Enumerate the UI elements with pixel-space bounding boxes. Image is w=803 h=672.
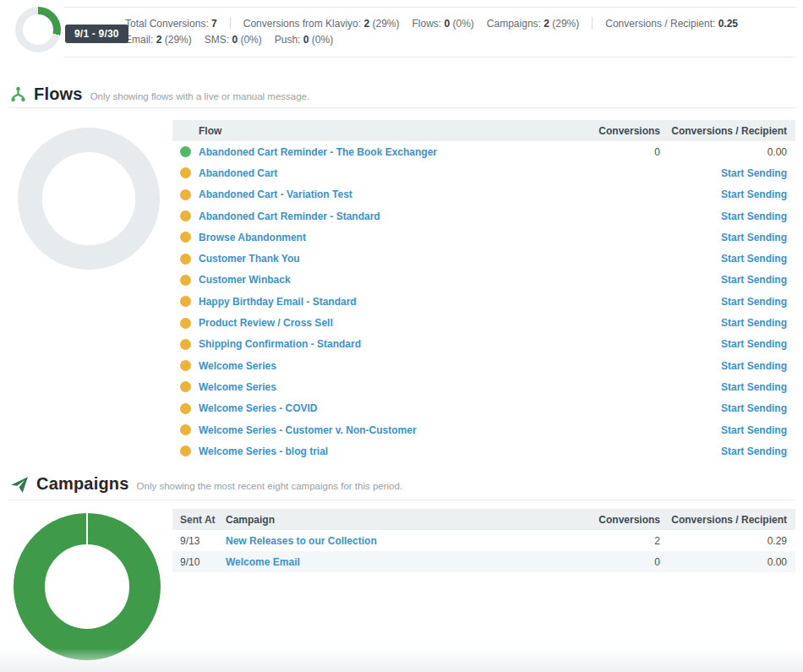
flow-row: Shipping Confirmation - Standard Start S… [172,334,795,355]
flow-cpr-cell: Start Sending [660,232,787,243]
campaigns-subtitle: Only showing the most recent eight campa… [137,478,403,491]
start-sending-link[interactable]: Start Sending [721,167,787,179]
stat-divider [230,17,231,30]
column-header-sent-at: Sent At [180,514,226,526]
flow-name-link[interactable]: Abandoned Cart Reminder - Standard [199,210,380,222]
start-sending-link[interactable]: Start Sending [721,360,787,372]
date-range-badge: 9/1 - 9/30 [65,25,128,43]
column-header-conversions: Conversions [567,125,660,137]
flow-cpr-cell: Start Sending [660,381,787,393]
campaigns-title: Campaigns [36,474,129,494]
flow-row: Welcome Series Start Sending [172,355,795,376]
donut-slice-divider [86,513,88,544]
flow-row: Abandoned Cart Start Sending [172,162,795,183]
flow-name-link[interactable]: Shipping Confirmation - Standard [199,338,361,350]
column-header-conversions-per-recipient: Conversions / Recipient [660,125,787,137]
flow-status-dot [180,424,191,435]
flow-name-link[interactable]: Happy Birthday Email - Standard [199,296,357,308]
summary-stats-row-1: Total Conversions: 7Conversions from Kla… [125,15,795,31]
flow-row: Browse Abandonment Start Sending [172,227,795,248]
column-header-campaign: Campaign [226,514,567,526]
start-sending-link[interactable]: Start Sending [721,338,787,350]
summary-stats-row-2: Email: 2 (29%)SMS: 0 (0%)Push: 0 (0%) [125,31,795,47]
summary-stats: Total Conversions: 7Conversions from Kla… [63,7,795,57]
flow-cpr-cell: Start Sending [660,296,787,308]
start-sending-link[interactable]: Start Sending [721,424,787,436]
column-header-flow: Flow [172,125,567,137]
paper-plane-icon [10,475,29,494]
stat-push: Push: 0 (0%) [275,34,333,46]
start-sending-link[interactable]: Start Sending [721,232,787,243]
campaign-name-link[interactable]: Welcome Email [226,556,300,568]
start-sending-link[interactable]: Start Sending [721,188,787,200]
stat-conversions-per-recipient: Conversions / Recipient: 0.25 [605,18,738,30]
start-sending-link[interactable]: Start Sending [721,296,787,308]
start-sending-link[interactable]: Start Sending [721,317,787,329]
flows-table-body: Abandoned Cart Reminder - The Book Excha… [172,141,795,462]
campaign-row: 9/10 Welcome Email 0 0.00 [172,551,795,572]
flow-row: Customer Thank You Start Sending [172,248,795,269]
stat-flows: Flows: 0 (0%) [412,18,473,30]
start-sending-link[interactable]: Start Sending [721,274,787,286]
flow-cpr-cell: Start Sending [660,445,787,457]
flow-cpr-cell: Start Sending [660,253,787,265]
stat-sms: SMS: 0 (0%) [205,34,262,46]
flow-cpr-cell: Start Sending [660,402,787,414]
flow-status-dot [180,275,191,286]
campaigns-table-body: 9/13 New Releases to our Collection 2 0.… [172,530,795,572]
flow-name-link[interactable]: Abandoned Cart - Variation Test [199,188,352,200]
klaviyo-analytics-page: 9/1 - 9/30 Total Conversions: 7Conversio… [0,0,803,672]
start-sending-link[interactable]: Start Sending [721,210,787,222]
flow-status-dot [180,381,191,392]
stat-campaigns: Campaigns: 2 (29%) [487,18,579,30]
start-sending-link[interactable]: Start Sending [721,381,787,393]
flow-name-link[interactable]: Customer Winback [199,274,291,286]
flow-status-dot [180,403,191,414]
campaign-sent-at: 9/10 [180,556,226,568]
campaign-name-link[interactable]: New Releases to our Collection [226,535,377,547]
flow-name-link[interactable]: Browse Abandonment [199,232,306,243]
stat-divider [592,17,593,30]
flow-cpr-cell: Start Sending [660,188,787,200]
column-header-conversions-per-recipient: Conversions / Recipient [660,514,787,526]
flow-status-dot [180,146,191,157]
flow-status-dot [180,167,191,178]
flow-row: Welcome Series - blog trial Start Sendin… [172,440,795,462]
flow-name-link[interactable]: Abandoned Cart [199,167,277,179]
flow-cpr-cell: 0.00 [660,146,787,158]
flows-header-divider [8,107,795,108]
flow-status-dot [180,210,191,221]
flow-name-link[interactable]: Welcome Series - Customer v. Non-Custome… [199,424,417,436]
start-sending-link[interactable]: Start Sending [721,402,787,414]
flow-cpr-cell: Start Sending [660,274,787,286]
flows-section-header: Flows Only showing flows with a live or … [10,85,309,104]
flow-row: Welcome Series - Customer v. Non-Custome… [172,419,795,440]
flow-name-link[interactable]: Product Review / Cross Sell [199,317,333,329]
start-sending-link[interactable]: Start Sending [721,253,787,265]
flows-donut-chart [18,128,160,270]
flow-cpr-cell: Start Sending [660,167,787,179]
campaign-cpr-value: 0.29 [660,535,787,547]
flow-name-link[interactable]: Welcome Series [199,381,276,393]
flow-cpr-cell: Start Sending [660,424,787,436]
flow-row: Happy Birthday Email - Standard Start Se… [172,291,795,312]
flow-row: Welcome Series - COVID Start Sending [172,398,795,419]
flow-row: Product Review / Cross Sell Start Sendin… [172,312,795,333]
flow-status-dot [180,296,191,307]
flow-row: Welcome Series Start Sending [172,376,795,397]
flow-cpr-cell: Start Sending [660,317,787,329]
flow-cpr-cell: Start Sending [660,210,787,222]
start-sending-link[interactable]: Start Sending [721,445,787,457]
campaign-row: 9/13 New Releases to our Collection 2 0.… [172,530,795,551]
stat-total-conversions: Total Conversions: 7 [125,18,217,30]
flow-cpr-cell: Start Sending [660,360,787,372]
flow-name-link[interactable]: Abandoned Cart Reminder - The Book Excha… [199,146,437,158]
flow-name-link[interactable]: Customer Thank You [199,253,300,265]
flow-name-link[interactable]: Welcome Series - COVID [199,402,318,414]
flow-row: Abandoned Cart Reminder - The Book Excha… [172,141,795,162]
flows-table: Flow Conversions Conversions / Recipient… [172,120,795,462]
flow-name-link[interactable]: Welcome Series - blog trial [199,445,328,457]
campaigns-donut-chart [14,513,161,660]
flow-name-link[interactable]: Welcome Series [199,360,276,372]
flow-row: Customer Winback Start Sending [172,270,795,291]
